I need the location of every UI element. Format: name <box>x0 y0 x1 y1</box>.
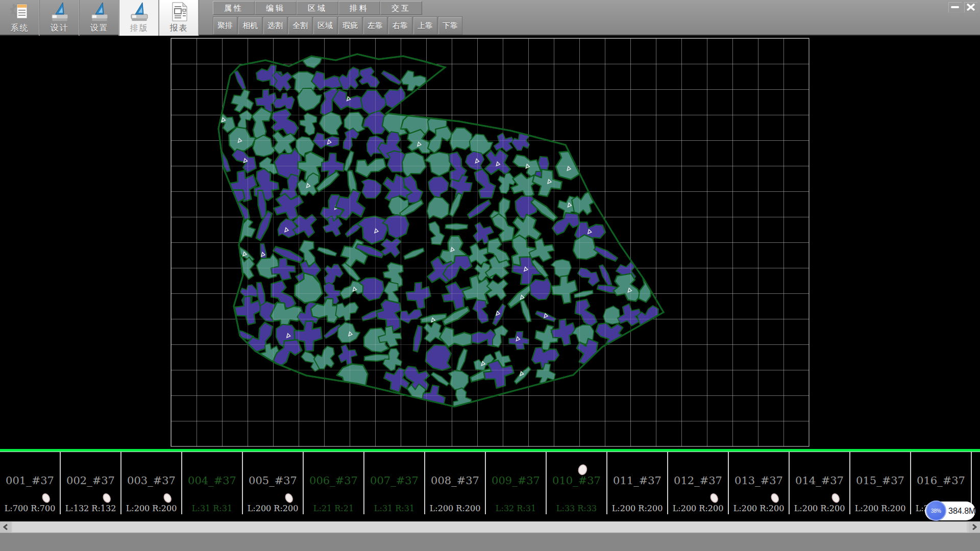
menu-tab-bar: 属性编辑区域排料交互 <box>213 1 422 15</box>
piece-lr-count: L:31 R:31 <box>364 504 424 513</box>
system-gear-icon <box>9 1 31 22</box>
piece-id-label: 002_#37 <box>61 474 120 487</box>
thumbnail-cell[interactable]: 010_#37L:33 R:33 <box>547 452 607 514</box>
minimize-button[interactable] <box>948 2 962 13</box>
piece-lr-count: L:32 R:31 <box>486 504 546 513</box>
thumbnail-cell[interactable]: 011_#37L:200 R:200 <box>607 452 668 514</box>
app-window: 系统 设计 设置 <box>0 0 980 551</box>
mode-button-label: 系统 <box>11 22 29 34</box>
thumbnail-cell[interactable]: 002_#37L:132 R:132 <box>61 452 121 514</box>
piece-id-label: 015_#37 <box>850 474 910 487</box>
piece-lr-count: L:200 R:200 <box>850 504 910 513</box>
piece-id-label: 016_#37 <box>911 474 971 487</box>
tool-button-bar: 聚排相机选割全割区域瑕疵左靠右靠上靠下靠 <box>213 16 463 35</box>
thumbnail-cell[interactable]: 014_#37L:200 R:200 <box>790 452 850 514</box>
settings-ruler-icon <box>88 1 111 22</box>
piece-id-label: 010_#37 <box>547 474 606 487</box>
mode-button-report[interactable]: 报表 <box>159 0 199 36</box>
layout-ruler-icon <box>128 1 151 22</box>
piece-id-label: 014_#37 <box>790 474 849 487</box>
tool-button-8[interactable]: 右靠 <box>388 16 412 35</box>
piece-lr-count: L:200 R:200 <box>121 504 181 513</box>
tool-button-10[interactable]: 下靠 <box>438 16 462 35</box>
mode-button-label: 设置 <box>90 22 109 34</box>
thumbnail-cell[interactable]: 008_#37L:200 R:200 <box>425 452 486 514</box>
menu-tab-5[interactable]: 交互 <box>380 1 422 15</box>
report-icon <box>168 1 190 22</box>
tool-button-6[interactable]: 瑕疵 <box>338 16 362 35</box>
strip-gap <box>0 514 980 521</box>
thumbnail-cell[interactable]: 013_#37L:200 R:200 <box>729 452 790 514</box>
thumbnail-cell[interactable]: 007_#37L:31 R:31 <box>364 452 425 514</box>
tool-button-7[interactable]: 左靠 <box>363 16 387 35</box>
close-button[interactable] <box>964 2 978 13</box>
piece-lr-count: L:132 R:132 <box>61 504 120 513</box>
piece-id-label: 013_#37 <box>729 474 789 487</box>
piece-lr-count: L:200 R:200 <box>668 504 728 513</box>
piece-lr-count: L:200 R:200 <box>607 504 667 513</box>
piece-lr-count: L:200 R:200 <box>729 504 789 513</box>
piece-id-label: 003_#37 <box>121 474 181 487</box>
window-controls <box>948 2 978 13</box>
piece-thumbnail-list: 001_#37L:700 R:700002_#37L:132 R:132003_… <box>0 452 980 514</box>
piece-id-label: 011_#37 <box>607 474 667 487</box>
piece-id-label: 009_#37 <box>486 474 546 487</box>
piece-id-label: 008_#37 <box>425 474 485 487</box>
close-icon <box>967 4 975 11</box>
thumbnail-cell[interactable]: 015_#37L:200 R:200 <box>850 452 911 514</box>
piece-lr-count: L:200 R:200 <box>790 504 849 513</box>
piece-id-label: 001_#37 <box>0 474 60 487</box>
mode-button-system[interactable]: 系统 <box>0 0 40 36</box>
mode-button-design[interactable]: 设计 <box>40 0 80 36</box>
thumbnail-cell[interactable]: 001_#37L:700 R:700 <box>0 452 61 514</box>
tool-button-3[interactable]: 选割 <box>263 16 287 35</box>
piece-lr-count: L:200 R:200 <box>425 504 485 513</box>
piece-lr-count: L:700 R:700 <box>0 504 60 513</box>
tool-button-1[interactable]: 聚排 <box>213 16 237 35</box>
piece-lr-count: L:31 R:31 <box>182 504 242 513</box>
scroll-left-button[interactable] <box>0 521 11 533</box>
main-mode-buttons: 系统 设计 设置 <box>0 0 199 36</box>
mode-button-layout[interactable]: 排版 <box>119 0 159 36</box>
design-ruler-icon <box>48 1 71 22</box>
thumbnail-cell[interactable]: 009_#37L:32 R:31 <box>486 452 547 514</box>
progress-percent: 38% <box>931 508 941 514</box>
nesting-drawing <box>0 36 980 450</box>
piece-lr-count: L:33 R:33 <box>547 504 606 513</box>
thumbnail-cell[interactable]: 006_#37L:21 R:21 <box>304 452 364 514</box>
memory-usage: 384.8M <box>948 502 975 520</box>
nesting-canvas[interactable] <box>0 36 980 450</box>
tool-button-2[interactable]: 相机 <box>238 16 262 35</box>
menu-tab-1[interactable]: 属性 <box>213 1 255 15</box>
scroll-right-button[interactable] <box>969 521 980 533</box>
tool-button-9[interactable]: 上靠 <box>413 16 437 35</box>
piece-id-label: 004_#37 <box>182 474 242 487</box>
tool-button-5[interactable]: 区域 <box>313 16 337 35</box>
progress-circle: 38% <box>926 500 946 521</box>
mode-button-label: 报表 <box>170 22 188 34</box>
piece-id-label: 007_#37 <box>364 474 424 487</box>
menu-tab-2[interactable]: 编辑 <box>255 1 297 15</box>
status-bar <box>0 533 980 551</box>
horizontal-scrollbar[interactable] <box>0 521 980 533</box>
piece-id-label: 005_#37 <box>243 474 303 487</box>
scrollbar-thumb[interactable] <box>12 522 967 532</box>
piece-id-label: 006_#37 <box>304 474 363 487</box>
chevron-left-icon <box>3 524 8 530</box>
mode-button-settings[interactable]: 设置 <box>80 0 119 36</box>
piece-id-label: 0 <box>972 474 980 487</box>
chevron-right-icon <box>972 524 977 530</box>
piece-lr-count: L:21 R:21 <box>304 504 363 513</box>
thumbnail-cell[interactable]: 005_#37L:200 R:200 <box>243 452 304 514</box>
progress-badge: 38% 384.8M <box>925 502 975 520</box>
thumbnail-cell[interactable]: 004_#37L:31 R:31 <box>182 452 243 514</box>
mode-button-label: 设计 <box>51 22 69 34</box>
menu-tab-4[interactable]: 排料 <box>338 1 380 15</box>
thumbnail-cell[interactable]: 003_#37L:200 R:200 <box>121 452 182 514</box>
menu-tab-3[interactable]: 区域 <box>297 1 338 15</box>
thumbnail-cell[interactable]: 012_#37L:200 R:200 <box>668 452 729 514</box>
title-toolbar-area: 系统 设计 设置 <box>0 0 980 36</box>
tool-button-4[interactable]: 全割 <box>288 16 312 35</box>
minimize-icon <box>951 6 959 9</box>
piece-lr-count: L:200 R:200 <box>243 504 303 513</box>
